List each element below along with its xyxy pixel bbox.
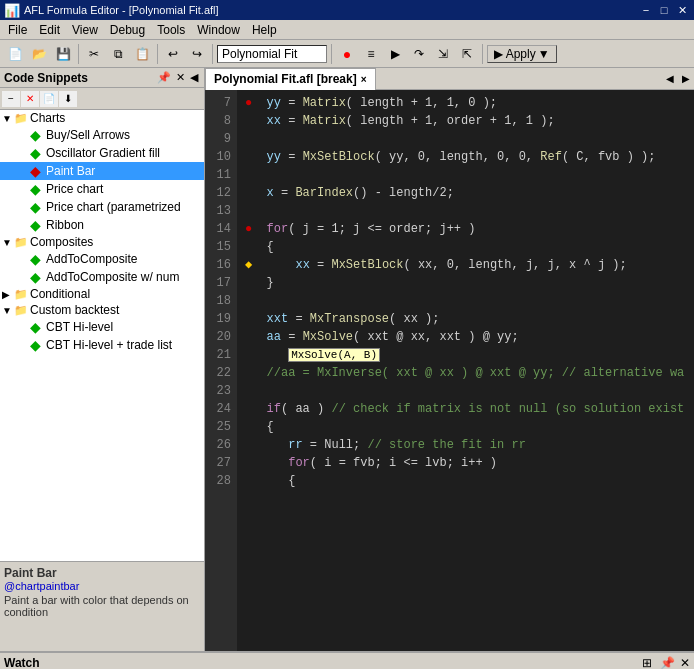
tab-nav-left[interactable]: ◀ — [662, 69, 678, 89]
tree-label: Custom backtest — [30, 303, 119, 317]
tree-folder-custombt[interactable]: ▼ 📁 Custom backtest — [0, 302, 204, 318]
minimize-button[interactable]: − — [638, 3, 654, 17]
tree-item-paintbar[interactable]: ◆ Paint Bar — [0, 162, 204, 180]
apply-dropdown-icon[interactable]: ▼ — [538, 47, 550, 61]
snippets-auto-icon[interactable]: ◀ — [188, 71, 200, 84]
sep5 — [482, 44, 483, 64]
title-bar-controls: − □ ✕ — [638, 3, 690, 17]
bullet-icon: ◆ — [30, 145, 46, 161]
apply-button[interactable]: ▶ Apply ▼ — [487, 45, 557, 63]
save-button[interactable]: 💾 — [52, 43, 74, 65]
snippets-pin-icon[interactable]: 📌 — [155, 71, 173, 84]
close-button[interactable]: ✕ — [674, 3, 690, 17]
menu-debug[interactable]: Debug — [104, 21, 151, 39]
stop-button[interactable]: ● — [336, 43, 358, 65]
new-button[interactable]: 📄 — [4, 43, 26, 65]
tree-item-pricechart-param[interactable]: ◆ Price chart (parametrized — [0, 198, 204, 216]
cut-button[interactable]: ✂ — [83, 43, 105, 65]
tree-item-oscillator[interactable]: ◆ Oscillator Gradient fill — [0, 144, 204, 162]
copy-button[interactable]: ⧉ — [107, 43, 129, 65]
app-icon: 📊 — [4, 3, 20, 18]
editor-panel: Polynomial Fit.afl [break] × ◀ ▶ 7 8 9 1… — [205, 68, 694, 651]
tab-polynomial[interactable]: Polynomial Fit.afl [break] × — [205, 68, 376, 90]
bullet-icon: ◆ — [30, 217, 46, 233]
open-button[interactable]: 📂 — [28, 43, 50, 65]
maximize-button[interactable]: □ — [656, 3, 672, 17]
tab-navigation: ◀ ▶ — [662, 69, 694, 89]
sep3 — [212, 44, 213, 64]
snip-collapse-button[interactable]: − — [2, 91, 20, 107]
tree-label: Buy/Sell Arrows — [46, 128, 130, 142]
bullet-icon: ◆ — [30, 251, 46, 267]
expand-icon[interactable]: ▼ — [2, 237, 14, 248]
tree-item-cbt-trade[interactable]: ◆ CBT Hi-level + trade list — [0, 336, 204, 354]
tree-item-ribbon[interactable]: ◆ Ribbon — [0, 216, 204, 234]
sep4 — [331, 44, 332, 64]
sep1 — [78, 44, 79, 64]
tree-label: CBT Hi-level + trade list — [46, 338, 172, 352]
menu-bar: File Edit View Debug Tools Window Help — [0, 20, 694, 40]
step-into-button[interactable]: ⇲ — [432, 43, 454, 65]
tree-label: AddToComposite — [46, 252, 137, 266]
snip-delete-button[interactable]: ✕ — [21, 91, 39, 107]
tree-label: Paint Bar — [46, 164, 95, 178]
code-text[interactable]: ● yy = Matrix( length + 1, 1, 0 ); xx = … — [237, 90, 694, 651]
menu-view[interactable]: View — [66, 21, 104, 39]
run-lines-button[interactable]: ≡ — [360, 43, 382, 65]
run-button[interactable]: ▶ — [384, 43, 406, 65]
tree-folder-conditional[interactable]: ▶ 📁 Conditional — [0, 286, 204, 302]
bullet-icon: ◆ — [30, 319, 46, 335]
folder-icon: 📁 — [14, 236, 30, 249]
tree-item-addcomp-num[interactable]: ◆ AddToComposite w/ num — [0, 268, 204, 286]
tree-folder-charts[interactable]: ▼ 📁 Charts — [0, 110, 204, 126]
undo-button[interactable]: ↩ — [162, 43, 184, 65]
tree-label: Ribbon — [46, 218, 84, 232]
expand-icon[interactable]: ▶ — [2, 289, 14, 300]
expand-icon[interactable]: ▼ — [2, 305, 14, 316]
watch-title: Watch — [4, 656, 40, 670]
tree-label: Conditional — [30, 287, 90, 301]
tree-item-pricechart[interactable]: ◆ Price chart — [0, 180, 204, 198]
filename-input[interactable] — [217, 45, 327, 63]
menu-file[interactable]: File — [2, 21, 33, 39]
snippets-tree[interactable]: ▼ 📁 Charts ◆ Buy/Sell Arrows ◆ Oscillato… — [0, 110, 204, 561]
tab-nav-right[interactable]: ▶ — [678, 69, 694, 89]
bullet-icon: ◆ — [30, 199, 46, 215]
folder-icon: 📁 — [14, 304, 30, 317]
tree-label: Charts — [30, 111, 65, 125]
line-numbers: 7 8 9 10 11 12 13 14 15 16 17 18 19 20 2… — [205, 90, 237, 651]
code-editor[interactable]: 7 8 9 10 11 12 13 14 15 16 17 18 19 20 2… — [205, 90, 694, 651]
tree-item-addcomp[interactable]: ◆ AddToComposite — [0, 250, 204, 268]
menu-tools[interactable]: Tools — [151, 21, 191, 39]
toolbar: 📄 📂 💾 ✂ ⧉ 📋 ↩ ↪ ● ≡ ▶ ↷ ⇲ ⇱ ▶ Apply ▼ — [0, 40, 694, 68]
snip-download-button[interactable]: ⬇ — [59, 91, 77, 107]
watch-close-icon[interactable]: ✕ — [680, 656, 690, 670]
snip-new-button[interactable]: 📄 — [40, 91, 58, 107]
tab-bar: Polynomial Fit.afl [break] × ◀ ▶ — [205, 68, 694, 90]
snippets-header: Code Snippets 📌 ✕ ◀ — [0, 68, 204, 88]
tab-close-icon[interactable]: × — [361, 74, 367, 85]
tab-label: Polynomial Fit.afl [break] — [214, 72, 357, 86]
tree-label: Price chart — [46, 182, 103, 196]
tree-item-buysell[interactable]: ◆ Buy/Sell Arrows — [0, 126, 204, 144]
watch-pin-icon[interactable]: 📌 — [660, 656, 675, 670]
paste-button[interactable]: 📋 — [131, 43, 153, 65]
redo-button[interactable]: ↪ — [186, 43, 208, 65]
tree-label: Oscillator Gradient fill — [46, 146, 160, 160]
watch-header: Watch ⊞ 📌 ✕ — [0, 653, 694, 669]
main-area: Code Snippets 📌 ✕ ◀ − ✕ 📄 ⬇ ▼ 📁 Charts — [0, 68, 694, 651]
tree-folder-composites[interactable]: ▼ 📁 Composites — [0, 234, 204, 250]
step-over-button[interactable]: ⇱ — [456, 43, 478, 65]
watch-dock-icon[interactable]: ⊞ — [642, 656, 652, 670]
tree-item-cbt-hilevel[interactable]: ◆ CBT Hi-level — [0, 318, 204, 336]
menu-window[interactable]: Window — [191, 21, 246, 39]
tree-label: Price chart (parametrized — [46, 200, 181, 214]
expand-icon[interactable]: ▼ — [2, 113, 14, 124]
step-button[interactable]: ↷ — [408, 43, 430, 65]
menu-edit[interactable]: Edit — [33, 21, 66, 39]
folder-icon: 📁 — [14, 288, 30, 301]
menu-help[interactable]: Help — [246, 21, 283, 39]
snippets-title: Code Snippets — [4, 71, 88, 85]
snippets-close-icon[interactable]: ✕ — [174, 71, 187, 84]
snippet-description: Paint a bar with color that depends on c… — [4, 594, 200, 618]
